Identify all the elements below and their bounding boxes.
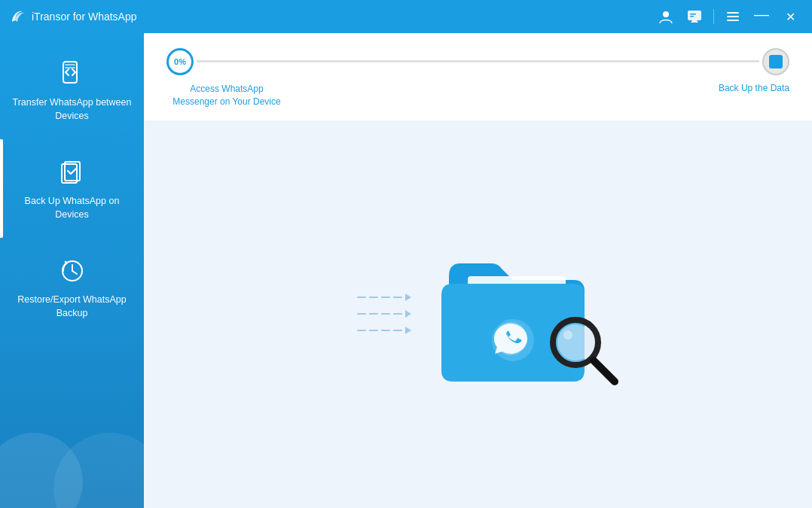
sidebar-item-transfer-label: Transfer WhatsApp between Devices xyxy=(8,96,136,123)
close-button[interactable]: ✕ xyxy=(777,4,803,29)
illustration-area xyxy=(144,120,812,508)
progress-percentage: 0% xyxy=(166,48,194,75)
dash xyxy=(369,313,378,315)
progress-labels: Access WhatsApp Messenger on Your Device… xyxy=(166,83,789,108)
minimize-button[interactable]: — xyxy=(749,4,774,29)
profile-button[interactable] xyxy=(653,4,679,29)
svg-rect-3 xyxy=(690,16,694,17)
svg-rect-2 xyxy=(690,14,696,15)
dash xyxy=(393,330,402,331)
dash xyxy=(381,330,390,331)
svg-rect-1 xyxy=(688,11,701,20)
svg-rect-5 xyxy=(727,16,739,17)
progress-step-end xyxy=(762,48,789,75)
arrow-head xyxy=(405,294,411,301)
titlebar-actions: — ✕ xyxy=(653,4,803,29)
titlebar-separator xyxy=(713,9,714,24)
dash xyxy=(381,313,390,315)
svg-point-0 xyxy=(663,11,669,17)
dash xyxy=(393,297,402,298)
dash xyxy=(369,330,378,331)
sidebar: Transfer WhatsApp between Devices Back U… xyxy=(0,33,144,508)
svg-rect-9 xyxy=(65,67,75,68)
svg-rect-6 xyxy=(727,20,739,21)
restore-icon xyxy=(56,254,89,287)
sidebar-decoration-2 xyxy=(53,433,144,508)
sidebar-item-backup[interactable]: Back Up WhatsApp on Devices xyxy=(0,139,144,238)
progress-step-start: 0% xyxy=(166,48,194,75)
progress-step2-label: Back Up the Data xyxy=(719,83,789,93)
menu-button[interactable] xyxy=(720,4,746,29)
arrow-line-3 xyxy=(357,327,411,334)
svg-rect-8 xyxy=(65,64,75,65)
app-logo-icon xyxy=(9,8,26,25)
arrows-container xyxy=(357,294,411,334)
main-layout: Transfer WhatsApp between Devices Back U… xyxy=(0,33,812,508)
dash xyxy=(369,297,378,298)
dash xyxy=(393,313,402,315)
dash xyxy=(357,313,366,315)
arrow-line-1 xyxy=(357,294,411,301)
arrow-head xyxy=(405,310,411,318)
svg-point-20 xyxy=(563,330,572,339)
sidebar-item-transfer[interactable]: Transfer WhatsApp between Devices xyxy=(0,41,144,139)
sidebar-item-restore[interactable]: Restore/Export WhatsApp Backup xyxy=(0,238,144,336)
progress-step1-label: Access WhatsApp Messenger on Your Device xyxy=(166,83,287,108)
content-area: 0% Access WhatsApp Messenger on Your Dev… xyxy=(144,33,812,508)
progress-circle-end xyxy=(762,48,789,75)
app-title: iTransor for WhatsApp xyxy=(32,11,137,23)
progress-track: 0% xyxy=(166,48,789,75)
app-branding: iTransor for WhatsApp xyxy=(9,8,137,25)
transfer-icon xyxy=(56,57,89,90)
svg-rect-4 xyxy=(727,12,739,14)
magnifier-svg xyxy=(547,314,622,389)
svg-point-18 xyxy=(557,324,594,360)
progress-area: 0% Access WhatsApp Messenger on Your Dev… xyxy=(144,33,812,120)
arrow-head xyxy=(405,327,411,334)
backup-icon xyxy=(56,156,89,189)
progress-end-icon xyxy=(769,55,783,68)
dash xyxy=(381,297,390,298)
titlebar: iTransor for WhatsApp — ✕ xyxy=(0,0,812,33)
chat-button[interactable] xyxy=(682,4,707,29)
arrow-line-2 xyxy=(357,310,411,318)
progress-bar-track xyxy=(197,60,759,62)
dash xyxy=(357,297,366,298)
svg-line-19 xyxy=(594,360,615,382)
sidebar-item-restore-label: Restore/Export WhatsApp Backup xyxy=(8,294,136,320)
dash xyxy=(357,330,366,331)
sidebar-item-backup-label: Back Up WhatsApp on Devices xyxy=(8,195,136,221)
folder-illustration xyxy=(426,235,600,393)
